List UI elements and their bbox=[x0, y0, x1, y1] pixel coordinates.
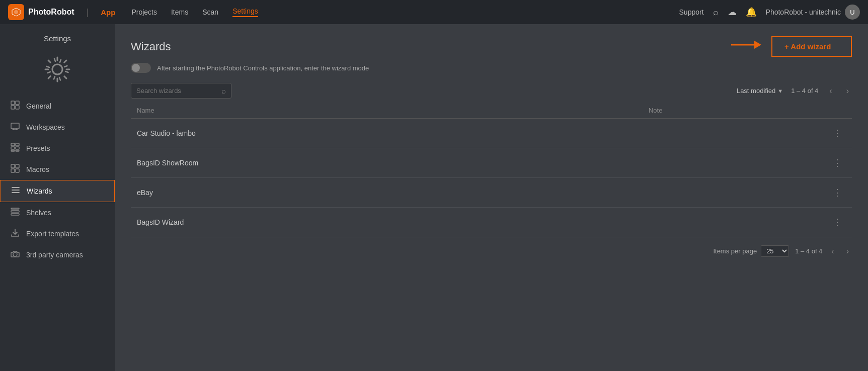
general-icon bbox=[10, 101, 20, 112]
wizard-note-3 bbox=[643, 208, 823, 237]
wizard-name-1: BagsID ShowRoom bbox=[131, 148, 643, 178]
avatar: U bbox=[845, 5, 860, 20]
wizard-name-0: Car Studio - lambo bbox=[131, 119, 643, 148]
wizard-mode-toggle[interactable] bbox=[131, 63, 151, 73]
sidebar-general-label: General bbox=[26, 102, 51, 110]
nav-settings[interactable]: Settings bbox=[232, 7, 258, 17]
row-menu-button-1[interactable]: ⋮ bbox=[829, 155, 846, 170]
page-title: Wizards bbox=[131, 40, 171, 53]
svg-rect-21 bbox=[11, 214, 19, 215]
export-icon bbox=[10, 228, 20, 239]
sidebar-item-general[interactable]: General bbox=[0, 96, 115, 117]
main-layout: Settings General Workspaces P bbox=[0, 24, 868, 371]
sidebar-workspaces-label: Workspaces bbox=[26, 123, 65, 131]
search-icon: ⌕ bbox=[221, 86, 226, 95]
settings-gear-icon bbox=[0, 55, 115, 83]
table-row: BagsID ShowRoom ⋮ bbox=[131, 148, 852, 178]
pagination-bottom-text: 1 – 4 of 4 bbox=[795, 247, 822, 255]
filter-right: Last modified ▼ 1 – 4 of 4 ‹ › bbox=[737, 85, 852, 97]
table-row: eBay ⋮ bbox=[131, 178, 852, 208]
shelves-icon bbox=[10, 207, 20, 218]
table-row: Car Studio - lambo ⋮ bbox=[131, 119, 852, 148]
sidebar-macros-label: Macros bbox=[26, 165, 49, 173]
col-note: Note bbox=[643, 103, 823, 119]
logo[interactable]: PhotoRobot bbox=[8, 4, 74, 20]
main-content: Wizards + Add wizard After starting the … bbox=[115, 24, 868, 371]
wizards-table: Name Note Car Studio - lambo ⋮ BagsID Sh… bbox=[131, 103, 852, 237]
search-icon[interactable]: ⌕ bbox=[713, 7, 719, 18]
app-label: App bbox=[101, 8, 115, 17]
per-page-select[interactable]: 25 50 100 bbox=[761, 245, 789, 257]
arrow-right-icon bbox=[731, 38, 761, 55]
svg-rect-16 bbox=[11, 169, 15, 172]
next-page-button[interactable]: › bbox=[843, 85, 852, 97]
presets-icon bbox=[10, 143, 20, 154]
sidebar-item-3rd-party-cameras[interactable]: 3rd party cameras bbox=[0, 244, 115, 265]
sort-chevron-icon: ▼ bbox=[777, 88, 783, 94]
add-wizard-button[interactable]: + Add wizard bbox=[771, 36, 852, 57]
toggle-label: After starting the PhotoRobot Controls a… bbox=[157, 64, 369, 72]
prev-page-button[interactable]: ‹ bbox=[826, 85, 835, 97]
sidebar-item-macros[interactable]: Macros bbox=[0, 159, 115, 180]
svg-rect-5 bbox=[11, 106, 15, 109]
header-right: + Add wizard bbox=[731, 36, 852, 57]
topnav-right: Support ⌕ ☁ 🔔 PhotoRobot - unitechnic U bbox=[679, 5, 860, 20]
col-actions bbox=[823, 103, 852, 119]
filter-row: ⌕ Last modified ▼ 1 – 4 of 4 ‹ › bbox=[131, 83, 852, 99]
sidebar-item-wizards[interactable]: Wizards bbox=[0, 180, 115, 202]
sidebar-item-export-templates[interactable]: Export templates bbox=[0, 223, 115, 244]
row-menu-button-3[interactable]: ⋮ bbox=[829, 215, 846, 230]
sidebar-item-workspaces[interactable]: Workspaces bbox=[0, 117, 115, 138]
pagination-top-text: 1 – 4 of 4 bbox=[791, 87, 818, 95]
sidebar-shelves-label: Shelves bbox=[26, 209, 51, 217]
svg-rect-9 bbox=[16, 143, 19, 146]
sidebar-presets-label: Presets bbox=[26, 144, 50, 152]
table-row: BagsID Wizard ⋮ bbox=[131, 208, 852, 237]
wizard-name-2: eBay bbox=[131, 178, 643, 208]
sidebar-item-shelves[interactable]: Shelves bbox=[0, 202, 115, 223]
cloud-icon[interactable]: ☁ bbox=[728, 7, 737, 18]
logo-icon bbox=[8, 4, 24, 20]
svg-rect-4 bbox=[16, 101, 19, 105]
sidebar-item-presets[interactable]: Presets bbox=[0, 138, 115, 159]
workspaces-icon bbox=[10, 122, 20, 133]
svg-rect-8 bbox=[11, 143, 15, 146]
svg-rect-14 bbox=[11, 164, 15, 168]
macros-icon bbox=[10, 164, 20, 175]
sidebar-divider bbox=[12, 47, 103, 47]
nav-items[interactable]: Items bbox=[171, 8, 188, 16]
sidebar-wizards-label: Wizards bbox=[27, 187, 52, 195]
wizard-note-2 bbox=[643, 178, 823, 208]
notification-icon[interactable]: 🔔 bbox=[746, 7, 757, 18]
svg-rect-17 bbox=[16, 169, 19, 172]
svg-rect-7 bbox=[11, 123, 19, 129]
svg-rect-12 bbox=[11, 150, 15, 151]
toggle-row: After starting the PhotoRobot Controls a… bbox=[131, 63, 852, 73]
user-menu[interactable]: PhotoRobot - unitechnic U bbox=[766, 5, 860, 20]
next-page-bottom-button[interactable]: › bbox=[843, 246, 852, 257]
nav-scan[interactable]: Scan bbox=[202, 8, 218, 16]
sidebar-title: Settings bbox=[0, 34, 115, 43]
bottom-pagination: Items per page 25 50 100 1 – 4 of 4 ‹ › bbox=[131, 245, 852, 257]
page-header: Wizards + Add wizard bbox=[131, 36, 852, 57]
wizard-name-3: BagsID Wizard bbox=[131, 208, 643, 237]
prev-page-bottom-button[interactable]: ‹ bbox=[828, 246, 837, 257]
sidebar-export-label: Export templates bbox=[26, 230, 79, 238]
row-menu-button-2[interactable]: ⋮ bbox=[829, 185, 846, 200]
svg-rect-11 bbox=[16, 147, 19, 149]
sidebar: Settings General Workspaces P bbox=[0, 24, 115, 371]
nav-separator: | bbox=[87, 7, 89, 18]
svg-rect-3 bbox=[11, 101, 15, 105]
support-link[interactable]: Support bbox=[679, 8, 704, 16]
nav-projects[interactable]: Projects bbox=[131, 8, 157, 16]
svg-rect-13 bbox=[16, 150, 19, 151]
items-per-page: Items per page 25 50 100 bbox=[713, 245, 789, 257]
sort-label-text: Last modified bbox=[737, 87, 775, 95]
topnav: PhotoRobot | App Projects Items Scan Set… bbox=[0, 0, 868, 24]
search-input[interactable] bbox=[136, 87, 217, 95]
camera-icon bbox=[10, 249, 20, 260]
row-menu-button-0[interactable]: ⋮ bbox=[829, 126, 846, 141]
nav-links: Projects Items Scan Settings bbox=[131, 7, 258, 17]
sort-dropdown[interactable]: Last modified ▼ bbox=[737, 87, 783, 95]
user-label: PhotoRobot - unitechnic bbox=[766, 8, 841, 16]
